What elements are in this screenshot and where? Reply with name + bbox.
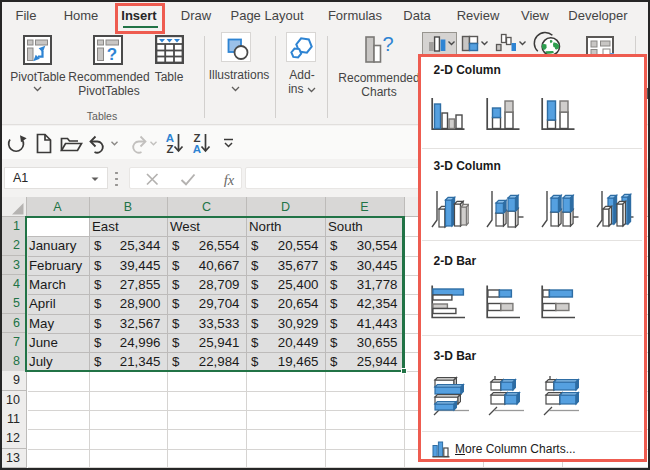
svg-text:?: ? (382, 35, 393, 55)
svg-text:?: ? (107, 45, 117, 64)
svg-text:fx: fx (224, 172, 235, 187)
svg-text:A: A (193, 143, 201, 155)
svg-text:Z: Z (166, 143, 173, 155)
